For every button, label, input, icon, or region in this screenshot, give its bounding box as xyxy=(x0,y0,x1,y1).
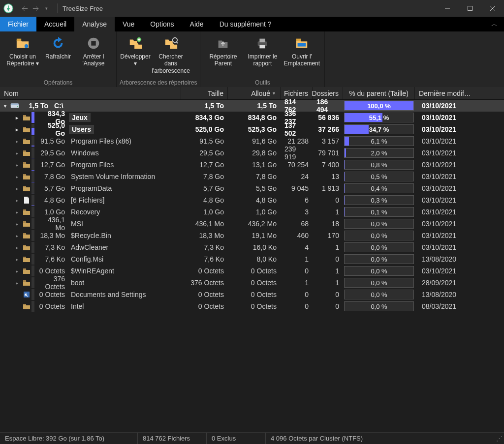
row-alloue: 13,1 Go xyxy=(228,159,281,171)
row-name-label: ProgramData xyxy=(70,184,112,192)
nav-back-icon[interactable]: 🡠 xyxy=(20,3,30,13)
expander-icon[interactable]: ▸ xyxy=(14,280,20,286)
tree-row[interactable]: ▸29,5 GoWindows29,5 Go29,8 Go239 91979 7… xyxy=(0,147,504,159)
tree-row[interactable]: ▸5,7 GoProgramData5,7 Go5,5 Go9 0451 913… xyxy=(0,182,504,194)
tree-row[interactable]: ▸376 Octetsboot376 Octets0 Octets110,0 %… xyxy=(0,277,504,289)
row-size-label: 1,0 Go xyxy=(36,208,70,216)
expander-icon[interactable]: ▸ xyxy=(14,256,20,262)
expander-icon[interactable]: ▸ xyxy=(14,268,20,274)
ribbon-expand-button[interactable]: Développer ▾ xyxy=(120,32,151,70)
ribbon-print-button[interactable]: Imprimer le rapport xyxy=(243,32,282,70)
expander-icon[interactable]: ▸ xyxy=(14,221,20,227)
row-dossiers: 37 266 xyxy=(313,123,343,135)
nav-dropdown-icon[interactable]: ▾ xyxy=(41,3,51,13)
close-button[interactable] xyxy=(481,0,504,17)
menu-aide[interactable]: Aide xyxy=(182,17,212,31)
tree-row[interactable]: ▸436,1 MoMSI436,1 Mo436,2 Mo68180,0 %03/… xyxy=(0,218,504,230)
ribbon-search-tree-button[interactable]: Chercher dans l'arborescence xyxy=(151,32,190,76)
row-size-label: 4,8 Go xyxy=(36,196,70,204)
menu-accueil[interactable]: Accueil xyxy=(36,17,74,31)
tree-row[interactable]: 0 OctetsDocuments and Settings0 Octets0 … xyxy=(0,289,504,300)
row-fichiers: 6 xyxy=(281,194,313,206)
size-mini-bar xyxy=(32,266,34,276)
ribbon-parent-button[interactable]: Répertoire Parent xyxy=(203,32,243,70)
row-fichiers: 0 xyxy=(281,300,313,312)
ribbon-button-label: Choisir un Répertoire ▾ xyxy=(4,53,41,68)
ribbon-open-loc-button[interactable]: Ouvrir l' Emplacement xyxy=(282,32,321,70)
resize-grip-icon[interactable]: ⋰ xyxy=(494,435,504,442)
row-date: 13/08/2020 xyxy=(415,253,504,265)
maximize-button[interactable] xyxy=(459,0,481,17)
tree-row[interactable]: ▸18,3 Mo$Recycle.Bin18,3 Mo19,1 Mo460170… xyxy=(0,230,504,241)
expander-icon[interactable]: ▸ xyxy=(14,197,20,203)
ribbon-folder-pick-button[interactable]: Choisir un Répertoire ▾ xyxy=(3,32,42,70)
row-size-label: 12,7 Go xyxy=(36,161,70,169)
menu-options[interactable]: Options xyxy=(142,17,182,31)
expander-icon[interactable]: ▸ xyxy=(14,162,20,168)
statusbar: Espace Libre: 392 Go (sur 1,86 To) 814 7… xyxy=(0,432,504,444)
collapse-ribbon-icon[interactable]: ︿ xyxy=(484,17,504,31)
svg-rect-2 xyxy=(468,6,472,11)
row-alloue: 834,8 Go xyxy=(228,112,281,123)
ribbon-button-label: Chercher dans l'arborescence xyxy=(152,53,190,74)
ribbon: Choisir un Répertoire ▾RafraîchirArrêter… xyxy=(0,31,504,87)
tree-row[interactable]: ▸91,5 GoProgram Files (x86)91,5 Go91,6 G… xyxy=(0,135,504,147)
menu-fichier[interactable]: Fichier xyxy=(0,17,36,31)
menu-analyse[interactable]: Analyse xyxy=(74,17,115,31)
expander-icon[interactable]: ▸ xyxy=(14,233,20,238)
titlebar: 🡠 🡢 ▾ TreeSize Free xyxy=(0,0,504,17)
expander-icon[interactable]: ▸ xyxy=(14,209,20,215)
disk-icon xyxy=(10,101,20,111)
file-tree: ▾1,5 ToC:\1,5 To1,5 To814 762186 494100,… xyxy=(0,100,504,312)
size-mini-bar xyxy=(32,171,34,182)
tree-row[interactable]: ▸7,3 KoAdwCleaner7,3 Ko16,0 Ko410,0 %03/… xyxy=(0,241,504,253)
menu-du-suppl-ment-[interactable]: Du supplément ? xyxy=(212,17,280,31)
percent-bar: 0,0 % xyxy=(344,278,414,288)
tree-row[interactable]: ▸7,6 KoConfig.Msi7,6 Ko8,0 Ko100,0 %13/0… xyxy=(0,253,504,265)
minimize-button[interactable] xyxy=(436,0,459,17)
expander-icon[interactable]: ▸ xyxy=(14,126,20,132)
row-name-label: Recovery xyxy=(70,208,100,216)
tree-row[interactable]: ▸12,7 GoProgram Files12,7 Go13,1 Go70 25… xyxy=(0,159,504,171)
percent-bar: 2,0 % xyxy=(344,148,414,158)
row-fichiers: 4 xyxy=(281,241,313,253)
row-fichiers: 1 xyxy=(281,277,313,289)
expander-icon[interactable]: ▸ xyxy=(14,185,20,191)
row-alloue: 1,0 Go xyxy=(228,206,281,218)
row-size-label: 7,6 Ko xyxy=(36,255,70,263)
col-header-parent[interactable]: % du parent (Taille) xyxy=(343,87,415,99)
row-fichiers: 460 xyxy=(281,230,313,241)
percent-bar: 0,0 % xyxy=(344,266,414,276)
expander-icon[interactable]: ▾ xyxy=(2,103,8,109)
tree-row[interactable]: ▸7,8 GoSystem Volume Information7,8 Go7,… xyxy=(0,171,504,182)
percent-label: 0,0 % xyxy=(371,291,387,298)
row-dossiers: 3 157 xyxy=(313,135,343,147)
row-alloue: 0 Octets xyxy=(228,277,281,289)
tree-row[interactable]: 0 OctetsIntel0 Octets0 Octets000,0 %08/0… xyxy=(0,300,504,312)
nav-forward-icon[interactable]: 🡢 xyxy=(31,3,40,13)
row-date: 03/10/2021 xyxy=(415,171,504,182)
expander-icon[interactable]: ▸ xyxy=(14,244,20,250)
col-header-alloue[interactable]: Alloué▼ xyxy=(228,87,281,99)
expander-icon[interactable]: ▸ xyxy=(14,115,20,120)
folder-icon xyxy=(22,172,32,181)
tree-row[interactable]: ▸525,0 GoUsers525,0 Go525,3 Go137 50237 … xyxy=(0,123,504,135)
row-date: 03/10/2021 xyxy=(415,230,504,241)
svg-point-6 xyxy=(25,44,29,48)
expander-icon[interactable]: ▸ xyxy=(14,150,20,156)
percent-bar: 0,0 % xyxy=(344,242,414,252)
expander-icon[interactable]: ▸ xyxy=(14,138,20,144)
tree-row[interactable]: ▸4,8 Go[6 Fichiers]4,8 Go4,8 Go600,3 %03… xyxy=(0,194,504,206)
ribbon-stop-button[interactable]: Arrêter l 'Analyse xyxy=(74,32,113,70)
menu-vue[interactable]: Vue xyxy=(115,17,142,31)
row-alloue: 0 Octets xyxy=(228,300,281,312)
ribbon-refresh-button[interactable]: Rafraîchir xyxy=(42,32,74,70)
col-header-taille[interactable]: Taille xyxy=(181,87,228,99)
svg-rect-31 xyxy=(23,257,26,258)
col-header-nom[interactable]: Nom xyxy=(0,87,181,99)
row-dossiers: 1 xyxy=(313,265,343,277)
row-date: 13/08/2020 xyxy=(415,289,504,300)
expander-icon[interactable]: ▸ xyxy=(14,174,20,179)
row-dossiers: 18 xyxy=(313,218,343,230)
col-header-date[interactable]: Dernière modif… xyxy=(415,87,504,99)
